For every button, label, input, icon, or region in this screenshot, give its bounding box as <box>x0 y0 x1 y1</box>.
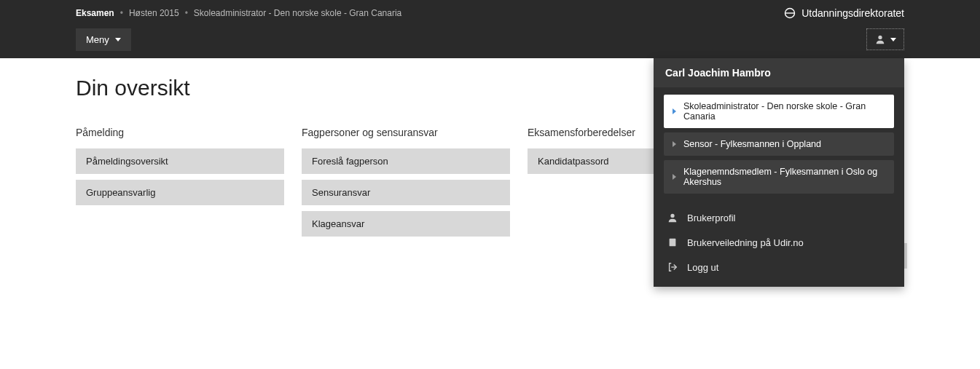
breadcrumb-item[interactable]: Skoleadministrator - Den norske skole - … <box>194 8 401 18</box>
user-menu-button[interactable] <box>866 28 904 50</box>
header-top: Eksamen • Høsten 2015 • Skoleadministrat… <box>0 0 980 26</box>
nav-link-pameldingsoversikt[interactable]: Påmeldingsoversikt <box>76 148 284 174</box>
column-title: Påmelding <box>76 127 284 138</box>
nav-link-klageansvar[interactable]: Klageansvar <box>302 211 510 237</box>
nav-link-foresla-fagperson[interactable]: Foreslå fagperson <box>302 148 510 174</box>
breadcrumb: Eksamen • Høsten 2015 • Skoleadministrat… <box>76 8 401 18</box>
role-label: Skoleadministrator - Den norske skole - … <box>683 101 885 122</box>
chevron-down-icon <box>115 38 121 41</box>
role-item-skoleadministrator[interactable]: Skoleadministrator - Den norske skole - … <box>664 95 894 128</box>
user-icon <box>874 33 886 45</box>
breadcrumb-separator: • <box>120 8 123 18</box>
brand-text: Utdanningsdirektoratet <box>801 7 904 19</box>
brand-logo-icon <box>784 7 796 19</box>
user-icon <box>667 212 678 223</box>
role-item-sensor[interactable]: Sensor - Fylkesmannen i Oppland <box>664 132 894 156</box>
svg-rect-3 <box>670 239 676 247</box>
caret-right-icon <box>673 141 676 147</box>
svg-point-1 <box>878 36 882 39</box>
user-dropdown: Carl Joachim Hambro Skoleadministrator -… <box>654 58 904 260</box>
app-header: Eksamen • Høsten 2015 • Skoleadministrat… <box>0 0 980 58</box>
document-icon <box>667 237 678 248</box>
role-label: Sensor - Fylkesmannen i Oppland <box>683 139 821 149</box>
dropdown-link-label: Brukerveiledning på Udir.no <box>687 237 804 248</box>
brand: Utdanningsdirektoratet <box>784 7 904 19</box>
caret-right-icon <box>673 108 676 114</box>
dropdown-links: Brukerprofil Brukerveiledning på Udir.no… <box>654 201 904 260</box>
column-fagpersoner: Fagpersoner og sensuransvar Foreslå fagp… <box>302 127 510 242</box>
svg-point-2 <box>670 214 674 218</box>
nav-link-gruppeansvarlig[interactable]: Gruppeansvarlig <box>76 180 284 205</box>
dropdown-link-label: Brukerprofil <box>687 213 735 223</box>
dropdown-link-logout[interactable]: Logg ut <box>654 255 904 260</box>
breadcrumb-item[interactable]: Eksamen <box>76 8 114 18</box>
menu-button[interactable]: Meny <box>76 28 131 51</box>
user-button-wrap <box>866 28 904 50</box>
dropdown-link-brukerveiledning[interactable]: Brukerveiledning på Udir.no <box>654 230 904 255</box>
breadcrumb-separator: • <box>185 8 188 18</box>
dropdown-link-brukerprofil[interactable]: Brukerprofil <box>654 205 904 230</box>
chevron-down-icon <box>890 38 896 41</box>
dropdown-roles: Skoleadministrator - Den norske skole - … <box>654 87 904 201</box>
breadcrumb-item[interactable]: Høsten 2015 <box>129 8 179 18</box>
nav-link-sensuransvar[interactable]: Sensuransvar <box>302 180 510 205</box>
dropdown-username: Carl Joachim Hambro <box>654 58 904 87</box>
caret-right-icon <box>673 174 676 180</box>
header-bottom: Meny <box>0 26 980 58</box>
column-title: Fagpersoner og sensuransvar <box>302 127 510 138</box>
column-pamelding: Påmelding Påmeldingsoversikt Gruppeansva… <box>76 127 284 242</box>
menu-button-label: Meny <box>86 34 109 45</box>
role-label: Klagenemndsmedlem - Fylkesmannen i Oslo … <box>683 167 885 187</box>
role-item-klagenemndsmedlem[interactable]: Klagenemndsmedlem - Fylkesmannen i Oslo … <box>664 160 894 194</box>
